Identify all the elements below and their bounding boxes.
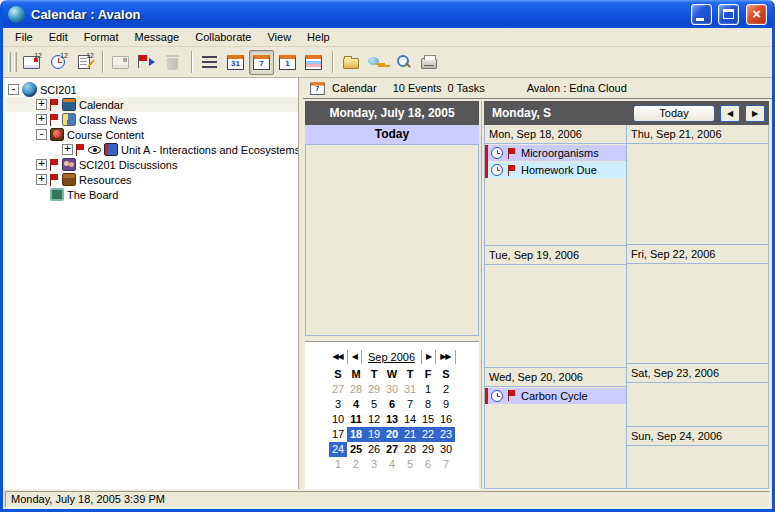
prev-week-button[interactable]: ◀: [720, 105, 740, 122]
minical-day[interactable]: 27: [383, 442, 401, 457]
minical-day[interactable]: 5: [401, 457, 419, 472]
minical-day[interactable]: 27: [329, 382, 347, 397]
tree-item-class-news[interactable]: +Class News: [6, 112, 298, 127]
tree-item-sci201-discussions[interactable]: +SCI201 Discussions: [6, 157, 298, 172]
tree-item-course-content[interactable]: -Course Content: [6, 127, 298, 142]
minical-day[interactable]: 21: [401, 427, 419, 442]
tree-expander[interactable]: +: [36, 159, 47, 170]
menu-view[interactable]: View: [259, 29, 299, 45]
day-cell-tue[interactable]: [485, 264, 626, 367]
day-view-button[interactable]: 1: [275, 50, 300, 75]
minical-day[interactable]: 14: [401, 412, 419, 427]
flag-item-button[interactable]: [134, 50, 159, 75]
minical-day[interactable]: 13: [383, 412, 401, 427]
next-year-button[interactable]: ▶▶: [436, 350, 455, 364]
minical-day[interactable]: 2: [437, 382, 455, 397]
next-month-button[interactable]: ▶: [422, 350, 436, 364]
event-carbon-cycle[interactable]: Carbon Cycle: [488, 388, 626, 404]
minical-day[interactable]: 4: [347, 397, 365, 412]
minical-day[interactable]: 30: [437, 442, 455, 457]
day-cell-sun[interactable]: [627, 445, 768, 489]
minical-day[interactable]: 23: [437, 427, 455, 442]
month-label-link[interactable]: Sep 2006: [362, 350, 422, 364]
minical-day[interactable]: 8: [419, 397, 437, 412]
minical-day[interactable]: 6: [419, 457, 437, 472]
prev-month-button[interactable]: ◀: [348, 350, 362, 364]
minical-day[interactable]: 26: [365, 442, 383, 457]
minical-day[interactable]: 7: [437, 457, 455, 472]
minical-day[interactable]: 17: [329, 427, 347, 442]
next-week-button[interactable]: ▶: [745, 105, 765, 122]
minical-day[interactable]: 7: [401, 397, 419, 412]
toolbar-grip[interactable]: [8, 52, 11, 72]
minical-day[interactable]: 18: [347, 427, 365, 442]
title-bar[interactable]: Calendar : Avalon ×: [3, 0, 772, 28]
day-cell-wed[interactable]: Carbon Cycle: [485, 386, 626, 489]
minical-day[interactable]: 30: [383, 382, 401, 397]
tree-expander[interactable]: -: [8, 84, 19, 95]
maximize-button[interactable]: [718, 4, 739, 25]
minical-day[interactable]: 5: [365, 397, 383, 412]
minical-day[interactable]: 29: [365, 382, 383, 397]
minical-day[interactable]: 1: [329, 457, 347, 472]
minical-day[interactable]: 2: [347, 457, 365, 472]
folder-up-button[interactable]: [338, 50, 363, 75]
close-button[interactable]: ×: [746, 4, 767, 25]
tree-expander[interactable]: +: [36, 99, 47, 110]
toolbar-grip[interactable]: [14, 52, 17, 72]
minical-day[interactable]: 31: [401, 382, 419, 397]
tree-item-resources[interactable]: +Resources: [6, 172, 298, 187]
minical-day[interactable]: 29: [419, 442, 437, 457]
event-homework-due[interactable]: Homework Due: [488, 162, 626, 178]
menu-help[interactable]: Help: [299, 29, 338, 45]
minical-day[interactable]: 28: [401, 442, 419, 457]
menu-format[interactable]: Format: [76, 29, 127, 45]
day-events-area[interactable]: [305, 144, 479, 336]
minical-day[interactable]: 28: [347, 382, 365, 397]
menu-file[interactable]: File: [7, 29, 41, 45]
prev-year-button[interactable]: ◀◀: [328, 350, 347, 364]
permissions-button[interactable]: [364, 50, 389, 75]
tree-item-calendar[interactable]: +Calendar: [6, 97, 298, 112]
minical-day[interactable]: 15: [419, 412, 437, 427]
minical-day[interactable]: 3: [329, 397, 347, 412]
new-task-button[interactable]: 12: [45, 50, 70, 75]
today-banner[interactable]: Today: [305, 125, 479, 144]
new-note-button[interactable]: 12: [71, 50, 96, 75]
menu-collaborate[interactable]: Collaborate: [187, 29, 259, 45]
day-cell-fri[interactable]: [627, 263, 768, 365]
minical-day[interactable]: 11: [347, 412, 365, 427]
tree-item-sci201[interactable]: -SCI201: [6, 82, 298, 97]
minimize-button[interactable]: [691, 4, 712, 25]
day-cell-mon[interactable]: MicroorganismsHomework Due: [485, 143, 626, 246]
month-view-button[interactable]: 31: [223, 50, 248, 75]
tree-item-unit-a-interactions-and-ecosystems[interactable]: +Unit A - Interactions and Ecosystems: [6, 142, 298, 157]
minical-day[interactable]: 12: [365, 412, 383, 427]
print-button[interactable]: [416, 50, 441, 75]
minical-day[interactable]: 24: [329, 442, 347, 457]
tree-expander[interactable]: +: [36, 174, 47, 185]
menu-message[interactable]: Message: [127, 29, 188, 45]
day-cell-thu[interactable]: [627, 143, 768, 245]
menu-edit[interactable]: Edit: [41, 29, 76, 45]
minical-day[interactable]: 16: [437, 412, 455, 427]
multiweek-view-button[interactable]: [301, 50, 326, 75]
minical-day[interactable]: 1: [419, 382, 437, 397]
day-cell-sat[interactable]: [627, 382, 768, 426]
minical-day[interactable]: 10: [329, 412, 347, 427]
agenda-view-button[interactable]: [197, 50, 222, 75]
week-view-button[interactable]: 7: [249, 50, 274, 75]
minical-day[interactable]: 20: [383, 427, 401, 442]
tree-item-the-board[interactable]: The Board: [6, 187, 298, 202]
minical-day[interactable]: 3: [365, 457, 383, 472]
minical-day[interactable]: 6: [383, 397, 401, 412]
tree-expander[interactable]: -: [36, 129, 47, 140]
minical-day[interactable]: 25: [347, 442, 365, 457]
tree-expander[interactable]: +: [36, 114, 47, 125]
minical-day[interactable]: 4: [383, 457, 401, 472]
event-microorganisms[interactable]: Microorganisms: [488, 145, 626, 161]
new-event-button[interactable]: 12: [19, 50, 44, 75]
search-button[interactable]: [390, 50, 415, 75]
minical-day[interactable]: 19: [365, 427, 383, 442]
minical-day[interactable]: 9: [437, 397, 455, 412]
